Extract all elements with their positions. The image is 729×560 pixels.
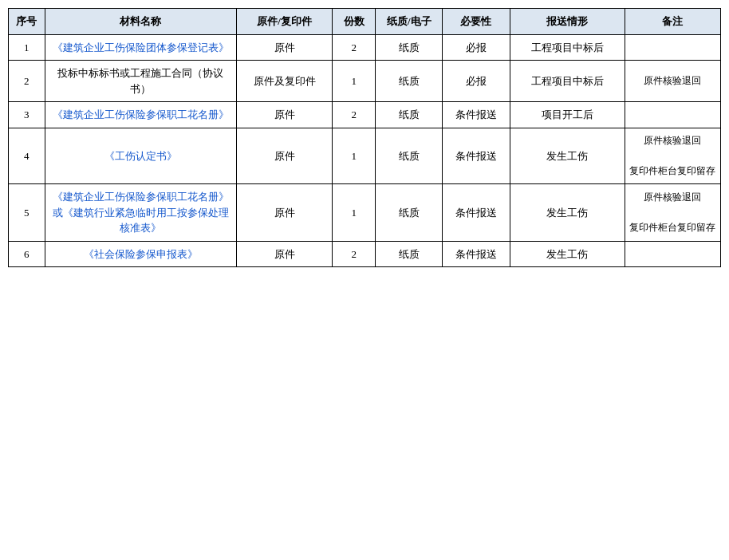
cell-original: 原件 — [237, 128, 333, 184]
cell-report: 工程项目中标后 — [510, 34, 625, 61]
table-row: 4《工伤认定书》原件1纸质条件报送发生工伤原件核验退回 复印件柜台复印留存 — [9, 128, 721, 184]
cell-original: 原件 — [237, 102, 333, 128]
cell-copies: 1 — [333, 61, 376, 102]
cell-required: 条件报送 — [443, 128, 510, 184]
table-body: 1《建筑企业工伤保险团体参保登记表》原件2纸质必报工程项目中标后2投标中标标书或… — [9, 34, 721, 267]
cell-notes — [625, 102, 720, 128]
cell-report: 发生工伤 — [510, 241, 625, 267]
cell-paper: 纸质 — [376, 241, 443, 267]
cell-required: 必报 — [443, 34, 510, 61]
table-row: 1《建筑企业工伤保险团体参保登记表》原件2纸质必报工程项目中标后 — [9, 34, 721, 61]
cell-required: 必报 — [443, 61, 510, 102]
cell-report: 发生工伤 — [510, 128, 625, 184]
cell-notes — [625, 34, 720, 61]
cell-paper: 纸质 — [376, 102, 443, 128]
cell-copies: 2 — [333, 241, 376, 267]
header-report: 报送情形 — [510, 9, 625, 35]
cell-notes — [625, 241, 720, 267]
table-row: 3《建筑企业工伤保险参保职工花名册》原件2纸质条件报送项目开工后 — [9, 102, 721, 128]
cell-required: 条件报送 — [443, 184, 510, 242]
table-row: 6《社会保险参保申报表》原件2纸质条件报送发生工伤 — [9, 241, 721, 267]
cell-report: 发生工伤 — [510, 184, 625, 242]
main-table-container: 序号 材料名称 原件/复印件 份数 纸质/电子 必要性 报送情形 备注 1《建筑… — [8, 8, 721, 267]
cell-original: 原件 — [237, 184, 333, 242]
cell-seq: 6 — [9, 241, 45, 267]
header-original: 原件/复印件 — [237, 9, 333, 35]
cell-name[interactable]: 《建筑企业工伤保险团体参保登记表》 — [45, 34, 236, 61]
cell-copies: 2 — [333, 102, 376, 128]
header-row: 序号 材料名称 原件/复印件 份数 纸质/电子 必要性 报送情形 备注 — [9, 9, 721, 35]
cell-seq: 5 — [9, 184, 45, 242]
cell-notes: 原件核验退回 复印件柜台复印留存 — [625, 184, 720, 242]
cell-seq: 3 — [9, 102, 45, 128]
cell-original: 原件及复印件 — [237, 61, 333, 102]
header-name: 材料名称 — [45, 9, 236, 35]
cell-notes: 原件核验退回 复印件柜台复印留存 — [625, 128, 720, 184]
cell-seq: 2 — [9, 61, 45, 102]
header-seq: 序号 — [9, 9, 45, 35]
table-row: 5《建筑企业工伤保险参保职工花名册》或《建筑行业紧急临时用工按参保处理核准表》原… — [9, 184, 721, 242]
cell-original: 原件 — [237, 34, 333, 61]
cell-seq: 4 — [9, 128, 45, 184]
cell-report: 工程项目中标后 — [510, 61, 625, 102]
cell-name[interactable]: 《建筑企业工伤保险参保职工花名册》 — [45, 102, 236, 128]
cell-name[interactable]: 《工伤认定书》 — [45, 128, 236, 184]
header-paper: 纸质/电子 — [376, 9, 443, 35]
cell-seq: 1 — [9, 34, 45, 61]
cell-name: 投标中标标书或工程施工合同（协议书） — [45, 61, 236, 102]
cell-required: 条件报送 — [443, 102, 510, 128]
cell-name[interactable]: 《建筑企业工伤保险参保职工花名册》或《建筑行业紧急临时用工按参保处理核准表》 — [45, 184, 236, 242]
cell-copies: 2 — [333, 34, 376, 61]
table-row: 2投标中标标书或工程施工合同（协议书）原件及复印件1纸质必报工程项目中标后原件核… — [9, 61, 721, 102]
header-notes: 备注 — [625, 9, 720, 35]
cell-name[interactable]: 《社会保险参保申报表》 — [45, 241, 236, 267]
header-copies: 份数 — [333, 9, 376, 35]
header-required: 必要性 — [443, 9, 510, 35]
cell-copies: 1 — [333, 184, 376, 242]
cell-paper: 纸质 — [376, 184, 443, 242]
cell-paper: 纸质 — [376, 34, 443, 61]
cell-required: 条件报送 — [443, 241, 510, 267]
data-table: 序号 材料名称 原件/复印件 份数 纸质/电子 必要性 报送情形 备注 1《建筑… — [8, 8, 721, 267]
cell-copies: 1 — [333, 128, 376, 184]
cell-notes: 原件核验退回 — [625, 61, 720, 102]
cell-report: 项目开工后 — [510, 102, 625, 128]
cell-original: 原件 — [237, 241, 333, 267]
cell-paper: 纸质 — [376, 61, 443, 102]
cell-paper: 纸质 — [376, 128, 443, 184]
